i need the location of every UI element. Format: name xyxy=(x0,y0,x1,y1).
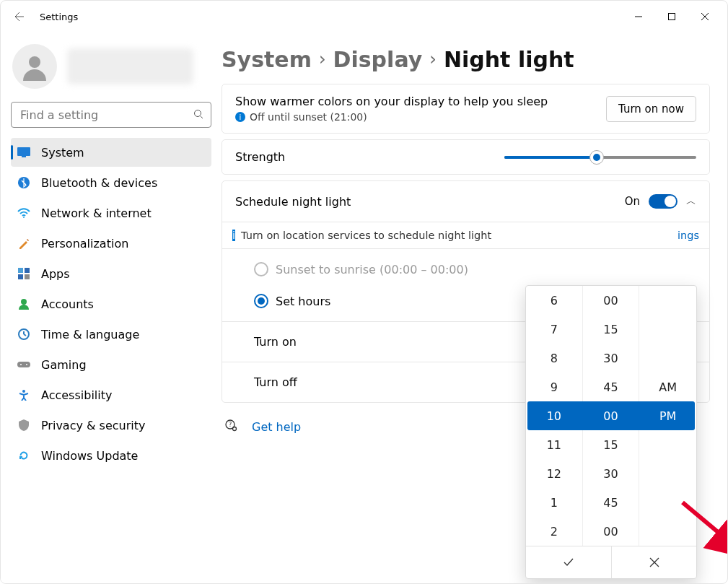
hour-option[interactable]: 8 xyxy=(526,344,582,372)
ampm-option[interactable] xyxy=(639,286,696,315)
nav-time-language[interactable]: Time & language xyxy=(11,320,211,349)
minute-option[interactable]: 45 xyxy=(583,372,639,401)
minute-option[interactable]: 15 xyxy=(583,315,639,344)
nav-windows-update[interactable]: Windows Update xyxy=(11,441,211,470)
user-account-row[interactable] xyxy=(11,40,211,102)
hour-option[interactable]: 12 xyxy=(526,459,582,488)
nav-apps[interactable]: Apps xyxy=(11,259,211,288)
cancel-button[interactable] xyxy=(611,546,696,578)
hour-option[interactable]: 6 xyxy=(526,286,582,315)
nav-label: Privacy & security xyxy=(41,419,145,432)
crumb-current: Night light xyxy=(444,47,574,72)
nav-label: Time & language xyxy=(41,328,139,341)
nav-network[interactable]: Network & internet xyxy=(11,199,211,227)
svg-rect-7 xyxy=(18,268,23,273)
nav-personalization[interactable]: Personalization xyxy=(11,229,211,258)
hour-option[interactable]: 11 xyxy=(526,430,582,459)
minute-option-selected[interactable]: 00 xyxy=(583,401,639,430)
strength-slider[interactable] xyxy=(504,156,696,159)
hour-option[interactable]: 9 xyxy=(526,372,582,401)
hour-option[interactable]: 1 xyxy=(526,488,582,517)
ampm-option[interactable] xyxy=(639,488,696,517)
svg-rect-13 xyxy=(17,362,30,367)
svg-text:?: ? xyxy=(229,422,232,428)
system-icon xyxy=(17,145,31,160)
hour-option[interactable]: 2 xyxy=(526,517,582,546)
update-icon xyxy=(17,448,31,463)
close-button[interactable] xyxy=(688,5,722,28)
ampm-column[interactable]: AM PM xyxy=(639,286,696,546)
crumb-display[interactable]: Display xyxy=(333,47,423,72)
turn-on-label: Turn on xyxy=(254,335,297,349)
minute-option[interactable]: 30 xyxy=(583,344,639,372)
toggle-label: On xyxy=(625,195,640,208)
nav-bluetooth[interactable]: Bluetooth & devices xyxy=(11,168,211,197)
nav-accessibility[interactable]: Accessibility xyxy=(11,380,211,409)
hour-option-selected[interactable]: 10 xyxy=(526,401,582,430)
ampm-option[interactable] xyxy=(639,344,696,372)
nav-system[interactable]: System xyxy=(11,138,211,167)
ampm-option[interactable]: AM xyxy=(639,372,696,401)
bluetooth-icon xyxy=(17,175,31,190)
minimize-button[interactable] xyxy=(622,5,655,28)
svg-rect-9 xyxy=(18,274,23,279)
nav-gaming[interactable]: Gaming xyxy=(11,350,211,379)
maximize-button[interactable] xyxy=(655,5,688,28)
ampm-option[interactable] xyxy=(639,430,696,459)
nav-accounts[interactable]: Accounts xyxy=(11,289,211,318)
close-icon xyxy=(649,557,660,568)
search-input[interactable] xyxy=(19,108,193,123)
wifi-icon xyxy=(17,206,31,220)
schedule-title: Schedule night light xyxy=(235,195,351,209)
svg-point-16 xyxy=(22,390,25,393)
location-settings-link[interactable]: ings xyxy=(677,230,699,241)
schedule-toggle[interactable] xyxy=(649,194,677,209)
nightlight-status: Off until sunset (21:00) xyxy=(250,111,367,123)
minute-column[interactable]: 00 15 30 45 00 15 30 45 00 xyxy=(583,286,640,546)
crumb-system[interactable]: System xyxy=(222,47,312,72)
get-help-link[interactable]: Get help xyxy=(252,420,301,434)
strength-card: Strength xyxy=(222,139,710,175)
hour-option[interactable]: 7 xyxy=(526,315,582,344)
breadcrumb: System › Display › Night light xyxy=(222,47,710,72)
slider-thumb[interactable] xyxy=(589,150,604,165)
chevron-up-icon[interactable]: ︿ xyxy=(686,195,696,208)
nav-label: Accessibility xyxy=(41,388,112,402)
radio-set-hours[interactable] xyxy=(254,294,268,308)
nav-label: Windows Update xyxy=(41,449,138,463)
ampm-option-selected[interactable]: PM xyxy=(639,401,696,430)
ampm-option[interactable] xyxy=(639,315,696,344)
search-box[interactable] xyxy=(11,102,211,128)
option-set-hours[interactable]: Set hours xyxy=(254,294,330,308)
ampm-option[interactable] xyxy=(639,517,696,546)
accept-button[interactable] xyxy=(526,546,611,578)
nav-label: Apps xyxy=(41,267,70,281)
chevron-right-icon: › xyxy=(319,49,326,69)
nav-label: Gaming xyxy=(41,358,87,372)
accounts-icon xyxy=(17,297,31,311)
back-button[interactable] xyxy=(9,8,27,25)
minute-option[interactable]: 00 xyxy=(583,286,639,315)
nightlight-summary-card: Show warmer colors on your display to he… xyxy=(222,84,710,134)
radio-set-hours-label: Set hours xyxy=(276,295,330,308)
personalization-icon xyxy=(17,236,31,250)
minute-option[interactable]: 30 xyxy=(583,459,639,488)
turn-on-now-button[interactable]: Turn on now xyxy=(606,96,696,122)
ampm-option[interactable] xyxy=(639,459,696,488)
minute-option[interactable]: 15 xyxy=(583,430,639,459)
minute-option[interactable]: 45 xyxy=(583,488,639,517)
location-infobar: i Turn on location services to schedule … xyxy=(222,222,709,248)
infobar-text: Turn on location services to schedule ni… xyxy=(241,230,491,241)
svg-rect-8 xyxy=(25,268,30,273)
minute-option[interactable]: 00 xyxy=(583,517,639,546)
chevron-right-icon: › xyxy=(429,49,437,69)
radio-sunset-label: Sunset to sunrise (00:00 – 00:00) xyxy=(276,263,468,276)
nav-privacy[interactable]: Privacy & security xyxy=(11,411,211,440)
search-icon xyxy=(193,109,203,121)
hour-column[interactable]: 6 7 8 9 10 11 12 1 2 xyxy=(526,286,583,546)
svg-rect-4 xyxy=(22,156,26,157)
svg-point-11 xyxy=(21,299,27,305)
radio-sunset xyxy=(254,262,268,276)
gaming-icon xyxy=(17,357,31,372)
user-name-redacted xyxy=(67,48,193,84)
